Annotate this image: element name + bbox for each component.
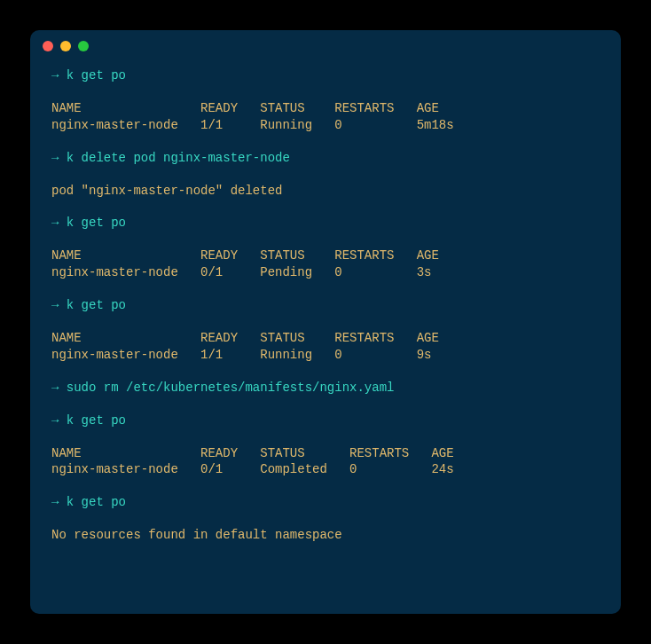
command-line: → k get po [51,215,600,232]
blank-line [51,167,600,183]
table-header: NAME READY STATUS RESTARTS AGE [51,247,600,264]
prompt-arrow-icon: → [51,216,67,230]
command-text: sudo rm /etc/kubernetes/manifests/nginx.… [67,381,395,395]
blank-line [51,199,600,215]
terminal-content[interactable]: → k get poNAME READY STATUS RESTARTS AGE… [30,62,621,614]
minimize-icon[interactable] [60,41,71,51]
table-row: nginx-master-node 0/1 Completed 0 24s [51,461,600,478]
blank-line [51,281,600,297]
command-line: → k get po [51,297,600,314]
prompt-arrow-icon: → [51,381,67,395]
table-header: NAME READY STATUS RESTARTS AGE [51,445,600,462]
prompt-arrow-icon: → [51,413,67,428]
prompt-arrow-icon: → [51,151,67,165]
blank-line [51,478,600,494]
blank-line [51,314,600,330]
command-line: → k delete pod nginx-master-node [51,150,600,167]
blank-line [51,84,600,100]
command-text: k get po [67,68,126,82]
table-row: nginx-master-node 1/1 Running 0 5m18s [51,117,600,134]
prompt-arrow-icon: → [51,495,67,509]
terminal-window: → k get poNAME READY STATUS RESTARTS AGE… [30,30,621,614]
command-text: k delete pod nginx-master-node [67,151,290,165]
command-text: k get po [67,298,126,312]
titlebar [30,30,621,62]
command-text: k get po [67,495,126,509]
output-message: No resources found in default namespace [51,527,600,544]
command-line: → k get po [51,67,600,84]
table-header: NAME READY STATUS RESTARTS AGE [51,100,600,117]
blank-line [51,134,600,150]
table-row: nginx-master-node 0/1 Pending 0 3s [51,264,600,281]
command-line: → sudo rm /etc/kubernetes/manifests/ngin… [51,380,600,397]
blank-line [51,511,600,527]
blank-line [51,232,600,247]
command-text: k get po [67,413,126,428]
close-icon[interactable] [43,41,53,51]
prompt-arrow-icon: → [51,298,67,312]
command-text: k get po [67,216,126,230]
command-line: → k get po [51,494,600,511]
zoom-icon[interactable] [78,41,89,51]
output-message: pod "nginx-master-node" deleted [51,183,600,200]
blank-line [51,397,600,412]
table-row: nginx-master-node 1/1 Running 0 9s [51,347,600,364]
prompt-arrow-icon: → [51,68,67,82]
blank-line [51,364,600,380]
blank-line [51,429,600,445]
table-header: NAME READY STATUS RESTARTS AGE [51,330,600,347]
command-line: → k get po [51,412,600,429]
